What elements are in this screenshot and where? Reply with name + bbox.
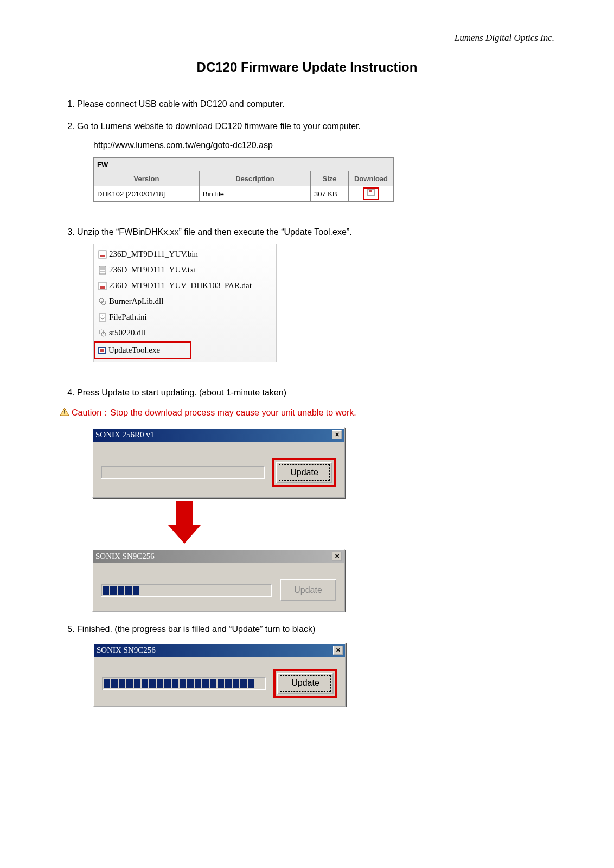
- progress-block: [103, 586, 109, 595]
- progress-block: [126, 679, 133, 688]
- file-name: st50220.dll: [109, 326, 145, 340]
- progress-block: [111, 679, 118, 688]
- file-item[interactable]: 236D_MT9D111_YUV.bin: [94, 246, 276, 262]
- progress-block: [104, 679, 110, 688]
- step-1-text: Please connect USB cable with DC120 and …: [77, 99, 284, 108]
- update-highlight: Update: [273, 669, 337, 698]
- progress-block: [157, 679, 163, 688]
- update-highlight: Update: [272, 458, 336, 487]
- svg-rect-11: [100, 286, 105, 289]
- step-4-text: Press Update to start updating. (about 1…: [77, 388, 286, 397]
- progress-block: [202, 679, 209, 688]
- svg-rect-5: [100, 255, 105, 257]
- svg-rect-2: [369, 193, 373, 193]
- caution-text: Caution：Stop the download process may ca…: [72, 407, 356, 419]
- fw-table-title: FW: [94, 158, 393, 171]
- download-icon: [367, 188, 375, 200]
- step-3-text: Unzip the “FWBinDHKx.xx” file and then e…: [77, 227, 352, 237]
- file-item[interactable]: BurnerApLib.dll: [94, 293, 276, 309]
- progress-block: [119, 679, 125, 688]
- file-item[interactable]: FilePath.ini: [94, 309, 276, 325]
- download-highlight: [363, 187, 379, 200]
- file-name: 236D_MT9D111_YUV.txt: [109, 263, 196, 277]
- progress-block: [134, 679, 140, 688]
- dll-file-icon: [98, 329, 107, 337]
- fw-table: FW Version Description Size Download DHK…: [93, 157, 394, 202]
- file-name: BurnerApLib.dll: [109, 294, 163, 309]
- dat-file-icon: [98, 282, 107, 290]
- exe-file-icon: [98, 346, 106, 355]
- company-name: Lumens Digital Optics Inc.: [60, 33, 554, 43]
- col-description: Description: [200, 171, 311, 186]
- progress-block: [233, 679, 239, 688]
- progress-block: [218, 679, 224, 688]
- bin-file-icon: [98, 250, 107, 259]
- progress-block: [210, 679, 216, 688]
- update-dialog-finished: SONIX SN9C256 ✕ Update: [93, 643, 346, 707]
- step-2-text: Go to Lumens website to download DC120 f…: [77, 122, 361, 131]
- progress-block: [133, 586, 139, 595]
- progress-bar: [101, 584, 272, 597]
- progress-block: [164, 679, 171, 688]
- progress-block: [195, 679, 201, 688]
- step-5-text: Finished. (the progress bar is filled an…: [77, 624, 315, 634]
- svg-rect-1: [369, 190, 372, 192]
- file-item[interactable]: st50220.dll: [94, 325, 276, 341]
- progress-block: [180, 679, 186, 688]
- update-button: Update: [280, 579, 336, 601]
- update-button[interactable]: Update: [277, 673, 334, 694]
- dialog-title: SONIX SN9C256: [95, 552, 155, 561]
- close-button[interactable]: ✕: [332, 430, 342, 439]
- svg-text:!: !: [63, 409, 66, 416]
- cell-size: 307 KB: [311, 186, 349, 201]
- txt-file-icon: [98, 266, 107, 275]
- svg-rect-14: [99, 314, 106, 321]
- dll-file-icon: [98, 297, 107, 306]
- update-button[interactable]: Update: [276, 462, 332, 483]
- file-name: FilePath.ini: [109, 310, 147, 324]
- update-dialog-initial: SONIX 256R0 v1 ✕ Update: [92, 427, 345, 498]
- progress-block: [172, 679, 178, 688]
- progress-bar: [101, 466, 265, 479]
- cell-download[interactable]: [349, 186, 393, 201]
- progress-block: [125, 586, 132, 595]
- progress-block: [240, 679, 247, 688]
- update-dialog-progress: SONIX SN9C256 ✕ Update: [92, 549, 345, 612]
- close-button[interactable]: ✕: [333, 646, 343, 655]
- progress-block: [187, 679, 194, 688]
- col-version: Version: [94, 171, 200, 186]
- file-item-update-tool[interactable]: UpdateTool.exe: [94, 341, 191, 359]
- svg-rect-6: [99, 266, 106, 274]
- file-name: 236D_MT9D111_YUV_DHK103_PAR.dat: [109, 278, 252, 293]
- file-item[interactable]: 236D_MT9D111_YUV.txt: [94, 262, 276, 278]
- progress-block: [110, 586, 117, 595]
- download-url-link[interactable]: http://www.lumens.com.tw/eng/goto-dc120.…: [93, 138, 273, 154]
- page-title: DC120 Firmware Update Instruction: [60, 60, 554, 75]
- progress-block: [248, 679, 254, 688]
- svg-rect-20: [100, 349, 104, 352]
- progress-block: [149, 679, 156, 688]
- cell-desc: Bin file: [200, 186, 311, 201]
- file-item[interactable]: 236D_MT9D111_YUV_DHK103_PAR.dat: [94, 278, 276, 293]
- cell-version: DHK102 [2010/01/18]: [94, 186, 200, 201]
- file-name: 236D_MT9D111_YUV.bin: [109, 247, 198, 261]
- arrow-down-icon: [168, 501, 201, 544]
- dialog-title: SONIX 256R0 v1: [95, 430, 154, 439]
- file-list: 236D_MT9D111_YUV.bin 236D_MT9D111_YUV.tx…: [93, 244, 277, 362]
- progress-block: [142, 679, 148, 688]
- col-download: Download: [349, 171, 393, 186]
- progress-block: [225, 679, 232, 688]
- progress-block: [118, 586, 124, 595]
- file-name: UpdateTool.exe: [108, 343, 160, 358]
- col-size: Size: [311, 171, 349, 186]
- dialog-title: SONIX SN9C256: [97, 643, 156, 658]
- close-button[interactable]: ✕: [332, 552, 342, 561]
- progress-bar: [102, 677, 266, 690]
- svg-rect-3: [369, 194, 373, 194]
- ini-file-icon: [98, 313, 107, 322]
- warning-icon: !: [60, 407, 69, 418]
